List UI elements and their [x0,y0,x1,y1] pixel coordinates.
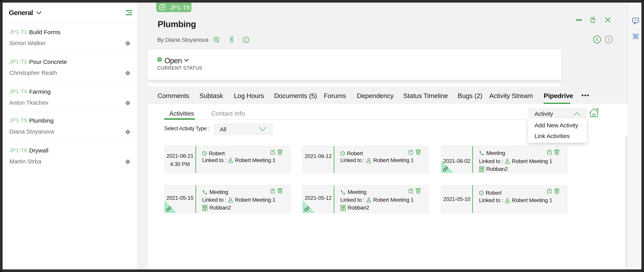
svg-text:i: i [245,37,246,42]
